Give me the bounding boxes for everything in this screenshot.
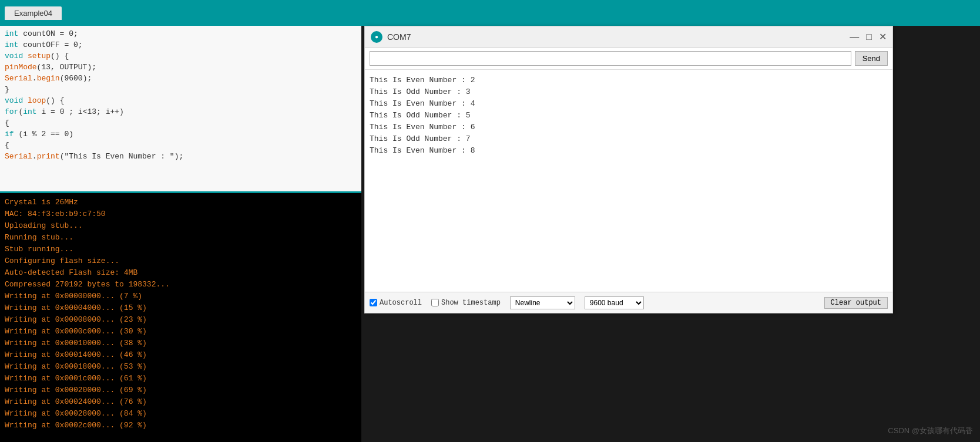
close-button[interactable]: ✕ bbox=[879, 32, 887, 42]
left-panel: int countON = 0; int countOFF = 0; void … bbox=[0, 26, 361, 442]
serial-output-text: This Is Even Number : 2 This Is Odd Numb… bbox=[370, 75, 888, 157]
serial-titlebar: ● COM7 — □ ✕ bbox=[365, 26, 892, 48]
serial-icon: ● bbox=[371, 31, 382, 43]
console-area: Crystal is 26MHz MAC: 84:f3:eb:b9:c7:50 … bbox=[0, 193, 361, 442]
serial-input-row: Send bbox=[365, 48, 892, 70]
code-content: int countON = 0; int countOFF = 0; void … bbox=[5, 28, 357, 162]
baud-select[interactable]: 300 baud1200 baud2400 baud4800 baud9600 … bbox=[585, 296, 644, 309]
newline-select[interactable]: No line endingNewlineCarriage returnBoth… bbox=[510, 296, 575, 309]
console-content: Crystal is 26MHz MAC: 84:f3:eb:b9:c7:50 … bbox=[5, 197, 357, 431]
serial-win-controls: — □ ✕ bbox=[850, 32, 887, 42]
tab-example04[interactable]: Example04 bbox=[5, 6, 62, 20]
serial-output-area: This Is Even Number : 2 This Is Odd Numb… bbox=[365, 70, 892, 292]
serial-input-field[interactable] bbox=[370, 51, 851, 66]
code-area: int countON = 0; int countOFF = 0; void … bbox=[0, 26, 361, 193]
show-timestamp-checkbox[interactable] bbox=[431, 299, 439, 306]
watermark: CSDN @女孩哪有代码香 bbox=[888, 426, 973, 436]
maximize-button[interactable]: □ bbox=[866, 32, 872, 42]
serial-title-left: ● COM7 bbox=[371, 31, 411, 43]
serial-title-text: COM7 bbox=[387, 32, 411, 42]
top-bar: Example04 bbox=[0, 0, 980, 26]
serial-monitor-window: ● COM7 — □ ✕ Send This Is Even Number : … bbox=[364, 26, 893, 313]
serial-footer: Autoscroll Show timestamp No line ending… bbox=[365, 292, 892, 313]
minimize-button[interactable]: — bbox=[850, 32, 859, 42]
clear-output-button[interactable]: Clear output bbox=[824, 297, 888, 309]
autoscroll-checkbox[interactable] bbox=[370, 299, 377, 306]
send-button[interactable]: Send bbox=[855, 51, 888, 66]
autoscroll-label[interactable]: Autoscroll bbox=[370, 299, 422, 307]
show-timestamp-label[interactable]: Show timestamp bbox=[431, 299, 501, 307]
